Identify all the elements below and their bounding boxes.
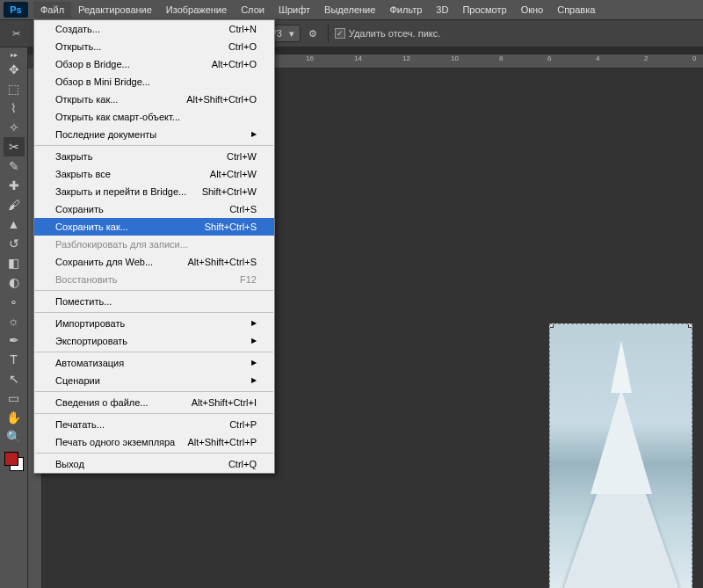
ruler-tick: 2 — [644, 54, 648, 62]
ruler-tick: 12 — [402, 54, 410, 62]
toolbox-collapse-icon[interactable]: ▸▸ — [4, 49, 25, 60]
menu-entry-label: Открыть как... — [55, 93, 118, 105]
menu-item-3d[interactable]: 3D — [429, 2, 455, 18]
crop-tool[interactable]: ✂ — [4, 137, 25, 156]
menu-entry: Разблокировать для записи... — [34, 236, 274, 253]
type-tool[interactable]: T — [4, 350, 25, 369]
menu-entry[interactable]: Экспортировать — [34, 332, 274, 350]
menu-separator — [35, 290, 273, 291]
menu-entry-label: Обзор в Bridge... — [55, 58, 130, 70]
hand-tool[interactable]: ✋ — [4, 408, 25, 427]
ruler-tick: 0 — [692, 54, 696, 62]
image-content — [611, 340, 632, 393]
menu-entry[interactable]: Открыть...Ctrl+O — [34, 38, 274, 55]
crop-tool-icon: ✂ — [7, 25, 25, 42]
menu-item-редактирование[interactable]: Редактирование — [71, 2, 159, 18]
history-brush-tool[interactable]: ↺ — [4, 234, 25, 253]
menu-entry[interactable]: Открыть как смарт-объект... — [34, 108, 274, 126]
menu-entry[interactable]: Сценарии — [34, 372, 274, 389]
menu-entry[interactable]: Печать одного экземпляраAlt+Shift+Ctrl+P — [34, 433, 274, 451]
healing-tool[interactable]: ✚ — [4, 176, 25, 195]
menu-separator — [35, 453, 273, 454]
crop-handle-tl[interactable] — [549, 323, 554, 328]
document-image[interactable] — [549, 323, 692, 588]
menu-entry-shortcut: Alt+Ctrl+W — [210, 168, 257, 180]
menu-entry[interactable]: ВыходCtrl+Q — [34, 455, 274, 473]
brush-tool[interactable]: 🖌 — [4, 195, 25, 214]
magic-wand-tool[interactable]: ✧ — [4, 118, 25, 137]
eraser-tool[interactable]: ◧ — [4, 253, 25, 272]
menu-entry[interactable]: Импортировать — [34, 315, 274, 332]
menu-entry-shortcut: Alt+Shift+Ctrl+S — [187, 256, 257, 268]
menu-entry-label: Печатать... — [55, 418, 105, 431]
toolbox: ▸▸ ✥⬚⌇✧✂✎✚🖌▲↺◧◐∘☼✒T↖▭✋🔍 — [0, 47, 28, 588]
gradient-tool[interactable]: ◐ — [4, 272, 25, 292]
menu-item-выделение[interactable]: Выделение — [317, 2, 382, 18]
pen-tool[interactable]: ✒ — [4, 330, 25, 350]
menu-entry[interactable]: Обзор в Bridge...Alt+Ctrl+O — [34, 55, 274, 73]
menu-separator — [35, 145, 273, 146]
menu-entry[interactable]: Поместить... — [34, 293, 274, 310]
menu-entry-shortcut: Ctrl+S — [229, 203, 257, 215]
menu-entry[interactable]: Открыть как...Alt+Shift+Ctrl+O — [34, 91, 274, 108]
menu-entry[interactable]: Автоматизация — [34, 354, 274, 372]
stamp-tool[interactable]: ▲ — [4, 214, 25, 234]
dodge-tool[interactable]: ☼ — [4, 311, 25, 330]
menu-entry[interactable]: Сведения о файле...Alt+Shift+Ctrl+I — [34, 394, 274, 411]
marquee-tool[interactable]: ⬚ — [4, 79, 25, 98]
color-swatches[interactable] — [4, 452, 24, 471]
menu-entry-label: Разблокировать для записи... — [55, 238, 188, 250]
ruler-tick: 8 — [499, 54, 503, 62]
menu-item-просмотр[interactable]: Просмотр — [455, 2, 513, 18]
menu-entry[interactable]: Закрыть и перейти в Bridge...Shift+Ctrl+… — [34, 183, 274, 200]
eyedropper-tool[interactable]: ✎ — [4, 156, 25, 176]
menu-separator — [35, 391, 273, 392]
menu-entry-label: Сохранить — [55, 203, 104, 215]
menu-entry[interactable]: Создать...Ctrl+N — [34, 20, 274, 38]
menu-entry[interactable]: Обзор в Mini Bridge... — [34, 73, 274, 91]
menu-entry-label: Обзор в Mini Bridge... — [55, 76, 150, 88]
crop-handle-tr[interactable] — [688, 323, 692, 328]
menu-entry-label: Печать одного экземпляра — [55, 436, 175, 448]
menu-entry-label: Открыть как смарт-объект... — [55, 111, 180, 123]
menu-entry[interactable]: Последние документы — [34, 126, 274, 143]
menu-item-фильтр[interactable]: Фильтр — [382, 2, 429, 18]
menu-entry-shortcut: Ctrl+Q — [228, 458, 257, 470]
ruler-tick: 6 — [547, 54, 551, 62]
menu-item-слои[interactable]: Слои — [234, 2, 272, 18]
menu-entry[interactable]: Закрыть всеAlt+Ctrl+W — [34, 165, 274, 183]
shape-tool[interactable]: ▭ — [4, 388, 25, 408]
menu-entry-label: Выход — [55, 458, 84, 470]
path-select-tool[interactable]: ↖ — [4, 369, 25, 388]
menu-entry[interactable]: Сохранить для Web...Alt+Shift+Ctrl+S — [34, 253, 274, 271]
menu-entry-label: Сохранить как... — [55, 221, 128, 233]
menu-entry-label: Импортировать — [55, 317, 125, 330]
menu-separator — [35, 352, 273, 352]
blur-tool[interactable]: ∘ — [4, 292, 25, 311]
menu-entry-label: Закрыть и перейти в Bridge... — [55, 185, 186, 198]
ruler-tick: 14 — [354, 54, 362, 62]
menu-entry[interactable]: Сохранить как...Shift+Ctrl+S — [34, 218, 274, 236]
menu-entry[interactable]: ЗакрытьCtrl+W — [34, 148, 274, 165]
foreground-swatch[interactable] — [4, 452, 18, 466]
menu-item-файл[interactable]: Файл — [33, 2, 71, 18]
menu-item-окно[interactable]: Окно — [514, 2, 551, 18]
menu-entry-shortcut: Alt+Shift+Ctrl+P — [187, 436, 257, 448]
app-frame: Ps ФайлРедактированиеИзображениеСлоиШриф… — [0, 0, 703, 588]
menu-entry-shortcut: F12 — [240, 273, 257, 286]
menu-entry-shortcut: Shift+Ctrl+W — [202, 185, 257, 198]
lasso-tool[interactable]: ⌇ — [4, 98, 25, 118]
menu-item-шрифт[interactable]: Шрифт — [272, 2, 317, 18]
menu-item-справка[interactable]: Справка — [550, 2, 602, 18]
menu-item-изображение[interactable]: Изображение — [159, 2, 234, 18]
zoom-tool[interactable]: 🔍 — [4, 427, 25, 446]
move-tool[interactable]: ✥ — [4, 60, 25, 79]
menubar: Ps ФайлРедактированиеИзображениеСлоиШриф… — [0, 0, 703, 19]
menu-entry[interactable]: Печатать...Ctrl+P — [34, 416, 274, 433]
menu-entry-shortcut: Ctrl+W — [227, 150, 257, 163]
settings-gear-icon[interactable]: ⚙ — [304, 25, 322, 42]
menu-entry-label: Последние документы — [55, 128, 156, 141]
delete-cropped-checkbox[interactable]: ✓ Удалить отсеч. пикс. — [335, 28, 441, 39]
chevron-down-icon: ▾ — [289, 28, 294, 40]
menu-entry[interactable]: СохранитьCtrl+S — [34, 200, 274, 218]
